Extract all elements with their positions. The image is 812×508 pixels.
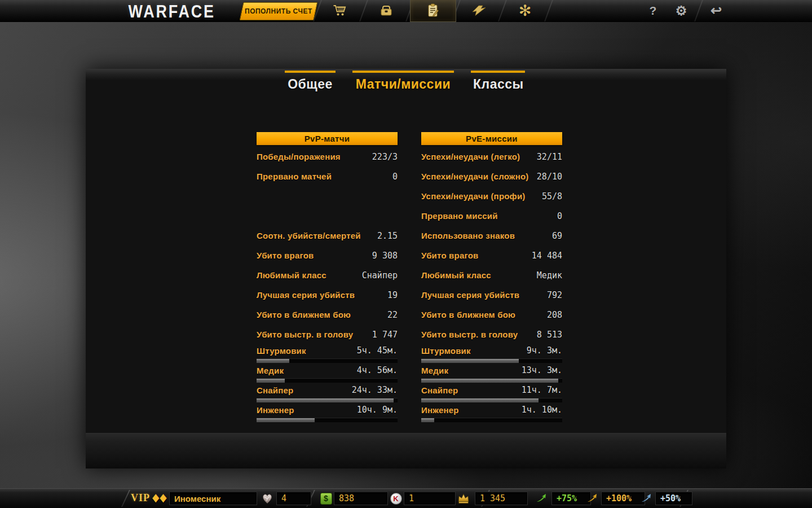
pvp-stat-rows: Победы/поражения223/3Прервано матчей0Соо…	[257, 147, 398, 344]
gear-icon: ⚙	[676, 3, 687, 19]
stat-label: Любимый класс	[421, 270, 491, 280]
class-playtime-bar-fill	[257, 398, 394, 402]
pve-stat-rows: Успехи/неудачи (легко)32/11Успехи/неудач…	[421, 147, 562, 344]
stat-label: Лучшая серия убийств	[421, 290, 519, 300]
class-playtime-value: 5ч. 45м.	[357, 345, 398, 356]
class-playtime-value: 13ч. 3м.	[522, 365, 562, 375]
dollars-field: 838	[334, 492, 388, 505]
class-playtime-bar	[421, 418, 562, 422]
warface-logo: WARFACE	[113, 2, 231, 22]
class-playtime-bar-fill	[421, 418, 434, 422]
nav-clan-button[interactable]: ✻	[502, 0, 548, 21]
stat-row: Успехи/неудачи (сложно)28/10	[421, 167, 562, 186]
vip-boost-field: +100%	[601, 492, 645, 505]
class-name-label: Штурмовик	[257, 346, 306, 356]
dollars-value: 838	[339, 493, 354, 503]
vip-diamonds-icon: ◆◆	[152, 491, 167, 505]
stat-label: Убито выстр. в голову	[421, 330, 518, 339]
crowns-field: 1 345	[475, 492, 528, 505]
stat-label: Убито в ближнем бою	[421, 310, 515, 319]
stat-value: 208	[547, 310, 562, 320]
class-playtime-bar	[257, 358, 398, 363]
stat-label: Успехи/неудачи (сложно)	[421, 172, 529, 181]
bottombar-divider	[121, 490, 130, 507]
nav-statistics-button[interactable]	[410, 0, 456, 22]
stat-label: Успехи/неудачи (профи)	[421, 191, 526, 201]
tab-matches-missions[interactable]: Матчи/миссии	[352, 71, 454, 92]
stat-row: Любимый классСнайпер	[257, 265, 398, 285]
stat-value: 22	[387, 310, 398, 320]
stat-value: Снайпер	[362, 270, 398, 281]
player-name-field[interactable]: Иномесник	[169, 492, 257, 505]
stat-row: Лучшая серия убийств792	[421, 285, 562, 305]
class-playtime-bar-fill	[421, 359, 519, 363]
dollar-glyph: $	[324, 494, 328, 503]
xp-boost-arrow-icon	[536, 493, 547, 504]
topbar: WARFACE ПОПОЛНИТЬ СЧЕТ	[0, 0, 812, 22]
badge-count-value: 4	[281, 493, 286, 503]
stat-row	[257, 186, 398, 206]
class-name-label: Снайпер	[257, 386, 293, 395]
tab-general[interactable]: Общее	[285, 71, 336, 92]
stat-row: Убито врагов14 484	[421, 246, 562, 265]
class-playtime-bar-fill	[421, 379, 558, 383]
crown-boost-value: +50%	[660, 493, 681, 503]
class-playtime-bar-fill	[257, 418, 315, 422]
bottombar: VIP ◆◆ Иномесник 4 $ 838 K 1	[0, 488, 812, 508]
class-playtime-item: Медик13ч. 3м.	[421, 364, 562, 384]
class-playtime-value: 4ч. 56м.	[357, 365, 398, 375]
pve-column-header: PvE-миссии	[421, 132, 562, 145]
stat-label: Прервано миссий	[421, 211, 498, 221]
nav-boosters-button[interactable]	[456, 0, 501, 21]
stat-label: Убито врагов	[421, 251, 478, 260]
crown-boost-field: +50%	[655, 492, 692, 505]
stat-value: Медик	[537, 270, 562, 281]
stat-value: 0	[392, 172, 398, 182]
stat-row: Убито выстр. в голову8 513	[421, 325, 562, 344]
crown-boost-arrow-icon	[641, 493, 652, 504]
boosters-lightning-icon	[471, 4, 487, 17]
stat-label: Убито в ближнем бою	[257, 310, 351, 319]
kredits-value: 1	[409, 493, 414, 503]
class-name-label: Медик	[421, 366, 448, 375]
stat-label: Соотн. убийств/смертей	[257, 231, 361, 240]
stat-row: Лучшая серия убийств19	[257, 285, 398, 305]
class-playtime-item: Снайпер24ч. 33м.	[257, 384, 398, 404]
nav-shop-button[interactable]	[317, 0, 363, 21]
panel-footer-strip	[86, 433, 726, 468]
tab-classes[interactable]: Классы	[471, 71, 525, 92]
stat-row: Любимый классМедик	[421, 265, 562, 285]
class-playtime-item: Штурмовик9ч. 3м.	[421, 344, 562, 364]
stat-row: Успехи/неудачи (профи)55/8	[421, 186, 562, 206]
class-playtime-bar	[257, 398, 398, 402]
stats-tabs: Общее Матчи/миссии Классы	[285, 71, 525, 92]
stat-label: Использовано знаков	[421, 231, 515, 240]
class-name-label: Медик	[257, 366, 284, 375]
stat-row: Убито врагов9 308	[257, 246, 398, 265]
stat-row: Прервано миссий0	[421, 206, 562, 226]
vip-boost-arrow-icon	[586, 493, 598, 504]
exit-button[interactable]: ↩	[705, 0, 727, 21]
shopping-cart-icon	[333, 4, 347, 17]
back-arrow-icon: ↩	[710, 3, 722, 19]
nav-inventory-button[interactable]	[364, 0, 409, 21]
class-playtime-item: Снайпер11ч. 7м.	[421, 384, 562, 404]
class-playtime-bar-fill	[257, 379, 285, 383]
class-playtime-bar-fill	[421, 398, 539, 402]
topup-account-button[interactable]: ПОПОЛНИТЬ СЧЕТ	[240, 2, 318, 20]
stat-label: Прервано матчей	[257, 172, 332, 181]
stat-value: 28/10	[537, 172, 562, 182]
settings-button[interactable]: ⚙	[670, 0, 692, 21]
stat-label: Любимый класс	[257, 270, 326, 280]
help-button[interactable]: ?	[642, 0, 664, 21]
kredit-glyph: K	[393, 494, 398, 503]
topup-account-label: ПОПОЛНИТЬ СЧЕТ	[245, 7, 312, 15]
vip-boost-value: +100%	[606, 493, 632, 503]
pve-stats-column: PvE-миссии Успехи/неудачи (легко)32/11Ус…	[421, 132, 562, 423]
stat-value: 9 308	[372, 251, 398, 261]
warface-dollars-icon: $	[319, 492, 333, 505]
stat-value: 0	[557, 211, 562, 221]
badge-count-field: 4	[276, 492, 311, 505]
class-playtime-item: Инженер1ч. 10м.	[421, 404, 562, 423]
class-playtime-item: Инженер10ч. 9м.	[257, 404, 398, 423]
